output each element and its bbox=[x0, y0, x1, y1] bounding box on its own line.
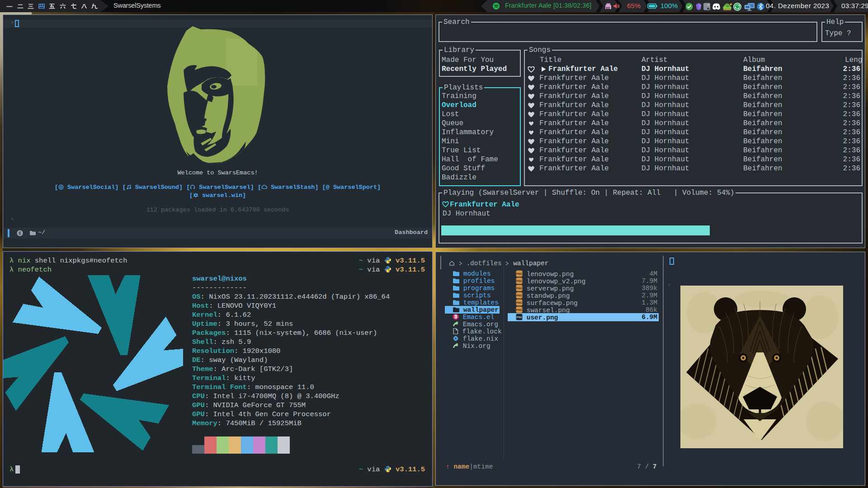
svg-text:PNG: PNG bbox=[516, 316, 522, 319]
svg-text:PNG: PNG bbox=[516, 294, 522, 297]
svg-text:PNG: PNG bbox=[516, 301, 522, 304]
svg-text:PNG: PNG bbox=[516, 287, 522, 290]
svg-text:PNG: PNG bbox=[516, 309, 522, 311]
svg-text:PNG: PNG bbox=[516, 280, 522, 282]
svg-text:PNG: PNG bbox=[516, 272, 522, 275]
